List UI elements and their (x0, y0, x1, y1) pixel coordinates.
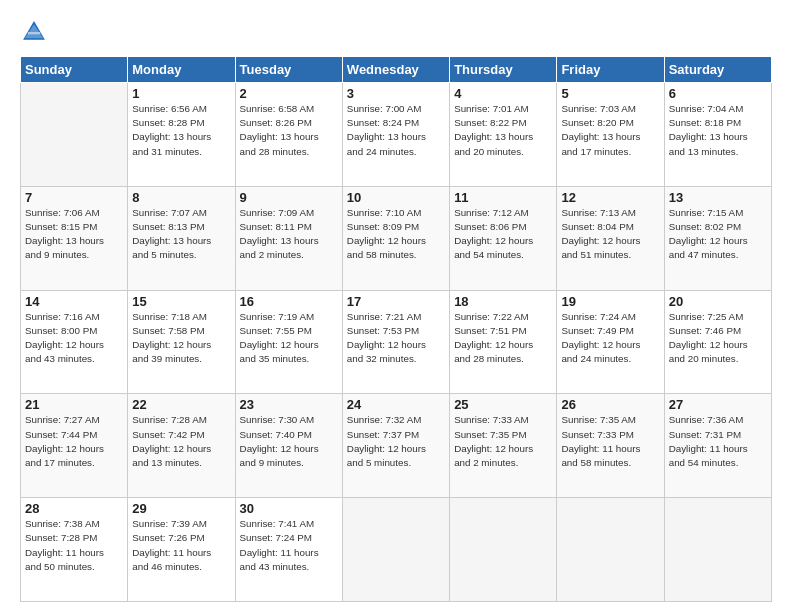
calendar-cell: 21Sunrise: 7:27 AM Sunset: 7:44 PM Dayli… (21, 394, 128, 498)
calendar-cell: 10Sunrise: 7:10 AM Sunset: 8:09 PM Dayli… (342, 186, 449, 290)
page: SundayMondayTuesdayWednesdayThursdayFrid… (0, 0, 792, 612)
day-info: Sunrise: 7:16 AM Sunset: 8:00 PM Dayligh… (25, 310, 123, 367)
day-number: 4 (454, 86, 552, 101)
weekday-header-row: SundayMondayTuesdayWednesdayThursdayFrid… (21, 57, 772, 83)
day-info: Sunrise: 7:15 AM Sunset: 8:02 PM Dayligh… (669, 206, 767, 263)
day-number: 23 (240, 397, 338, 412)
calendar-cell (21, 83, 128, 187)
calendar-cell: 18Sunrise: 7:22 AM Sunset: 7:51 PM Dayli… (450, 290, 557, 394)
day-number: 19 (561, 294, 659, 309)
calendar-cell: 22Sunrise: 7:28 AM Sunset: 7:42 PM Dayli… (128, 394, 235, 498)
day-number: 18 (454, 294, 552, 309)
day-info: Sunrise: 7:36 AM Sunset: 7:31 PM Dayligh… (669, 413, 767, 470)
calendar-cell: 19Sunrise: 7:24 AM Sunset: 7:49 PM Dayli… (557, 290, 664, 394)
weekday-header-monday: Monday (128, 57, 235, 83)
day-number: 7 (25, 190, 123, 205)
calendar-week-row: 1Sunrise: 6:56 AM Sunset: 8:28 PM Daylig… (21, 83, 772, 187)
svg-marker-1 (25, 24, 44, 38)
calendar-cell: 12Sunrise: 7:13 AM Sunset: 8:04 PM Dayli… (557, 186, 664, 290)
calendar-cell: 14Sunrise: 7:16 AM Sunset: 8:00 PM Dayli… (21, 290, 128, 394)
day-number: 26 (561, 397, 659, 412)
calendar-cell: 1Sunrise: 6:56 AM Sunset: 8:28 PM Daylig… (128, 83, 235, 187)
calendar-cell: 28Sunrise: 7:38 AM Sunset: 7:28 PM Dayli… (21, 498, 128, 602)
day-info: Sunrise: 7:10 AM Sunset: 8:09 PM Dayligh… (347, 206, 445, 263)
calendar-cell: 23Sunrise: 7:30 AM Sunset: 7:40 PM Dayli… (235, 394, 342, 498)
calendar-cell: 20Sunrise: 7:25 AM Sunset: 7:46 PM Dayli… (664, 290, 771, 394)
calendar-cell: 25Sunrise: 7:33 AM Sunset: 7:35 PM Dayli… (450, 394, 557, 498)
day-info: Sunrise: 7:19 AM Sunset: 7:55 PM Dayligh… (240, 310, 338, 367)
day-number: 2 (240, 86, 338, 101)
day-number: 28 (25, 501, 123, 516)
calendar-cell (557, 498, 664, 602)
day-number: 8 (132, 190, 230, 205)
weekday-header-thursday: Thursday (450, 57, 557, 83)
day-number: 27 (669, 397, 767, 412)
calendar-cell: 7Sunrise: 7:06 AM Sunset: 8:15 PM Daylig… (21, 186, 128, 290)
weekday-header-tuesday: Tuesday (235, 57, 342, 83)
svg-rect-2 (28, 32, 40, 34)
day-number: 5 (561, 86, 659, 101)
calendar-cell: 15Sunrise: 7:18 AM Sunset: 7:58 PM Dayli… (128, 290, 235, 394)
calendar-cell: 13Sunrise: 7:15 AM Sunset: 8:02 PM Dayli… (664, 186, 771, 290)
calendar-cell: 9Sunrise: 7:09 AM Sunset: 8:11 PM Daylig… (235, 186, 342, 290)
day-number: 22 (132, 397, 230, 412)
day-info: Sunrise: 7:09 AM Sunset: 8:11 PM Dayligh… (240, 206, 338, 263)
day-number: 13 (669, 190, 767, 205)
weekday-header-wednesday: Wednesday (342, 57, 449, 83)
calendar-cell: 8Sunrise: 7:07 AM Sunset: 8:13 PM Daylig… (128, 186, 235, 290)
calendar-cell (450, 498, 557, 602)
weekday-header-friday: Friday (557, 57, 664, 83)
day-info: Sunrise: 7:12 AM Sunset: 8:06 PM Dayligh… (454, 206, 552, 263)
day-number: 10 (347, 190, 445, 205)
day-info: Sunrise: 7:28 AM Sunset: 7:42 PM Dayligh… (132, 413, 230, 470)
day-info: Sunrise: 7:21 AM Sunset: 7:53 PM Dayligh… (347, 310, 445, 367)
calendar-cell: 27Sunrise: 7:36 AM Sunset: 7:31 PM Dayli… (664, 394, 771, 498)
day-number: 16 (240, 294, 338, 309)
day-info: Sunrise: 7:01 AM Sunset: 8:22 PM Dayligh… (454, 102, 552, 159)
day-info: Sunrise: 7:32 AM Sunset: 7:37 PM Dayligh… (347, 413, 445, 470)
calendar-cell: 24Sunrise: 7:32 AM Sunset: 7:37 PM Dayli… (342, 394, 449, 498)
day-number: 6 (669, 86, 767, 101)
day-number: 11 (454, 190, 552, 205)
day-info: Sunrise: 7:13 AM Sunset: 8:04 PM Dayligh… (561, 206, 659, 263)
day-info: Sunrise: 7:41 AM Sunset: 7:24 PM Dayligh… (240, 517, 338, 574)
day-number: 1 (132, 86, 230, 101)
calendar-table: SundayMondayTuesdayWednesdayThursdayFrid… (20, 56, 772, 602)
logo-icon (20, 18, 48, 46)
day-number: 25 (454, 397, 552, 412)
calendar-cell: 26Sunrise: 7:35 AM Sunset: 7:33 PM Dayli… (557, 394, 664, 498)
logo (20, 18, 52, 46)
day-info: Sunrise: 7:00 AM Sunset: 8:24 PM Dayligh… (347, 102, 445, 159)
day-info: Sunrise: 7:04 AM Sunset: 8:18 PM Dayligh… (669, 102, 767, 159)
calendar-cell (342, 498, 449, 602)
day-info: Sunrise: 7:18 AM Sunset: 7:58 PM Dayligh… (132, 310, 230, 367)
calendar-cell: 5Sunrise: 7:03 AM Sunset: 8:20 PM Daylig… (557, 83, 664, 187)
day-number: 30 (240, 501, 338, 516)
calendar-cell: 17Sunrise: 7:21 AM Sunset: 7:53 PM Dayli… (342, 290, 449, 394)
day-number: 9 (240, 190, 338, 205)
calendar-cell: 4Sunrise: 7:01 AM Sunset: 8:22 PM Daylig… (450, 83, 557, 187)
day-number: 24 (347, 397, 445, 412)
day-number: 3 (347, 86, 445, 101)
calendar-cell: 6Sunrise: 7:04 AM Sunset: 8:18 PM Daylig… (664, 83, 771, 187)
day-number: 20 (669, 294, 767, 309)
calendar-week-row: 14Sunrise: 7:16 AM Sunset: 8:00 PM Dayli… (21, 290, 772, 394)
day-info: Sunrise: 7:39 AM Sunset: 7:26 PM Dayligh… (132, 517, 230, 574)
day-info: Sunrise: 7:24 AM Sunset: 7:49 PM Dayligh… (561, 310, 659, 367)
calendar-cell: 11Sunrise: 7:12 AM Sunset: 8:06 PM Dayli… (450, 186, 557, 290)
calendar-week-row: 7Sunrise: 7:06 AM Sunset: 8:15 PM Daylig… (21, 186, 772, 290)
day-number: 12 (561, 190, 659, 205)
calendar-cell (664, 498, 771, 602)
day-info: Sunrise: 7:33 AM Sunset: 7:35 PM Dayligh… (454, 413, 552, 470)
calendar-week-row: 21Sunrise: 7:27 AM Sunset: 7:44 PM Dayli… (21, 394, 772, 498)
day-info: Sunrise: 7:22 AM Sunset: 7:51 PM Dayligh… (454, 310, 552, 367)
calendar-cell: 29Sunrise: 7:39 AM Sunset: 7:26 PM Dayli… (128, 498, 235, 602)
weekday-header-sunday: Sunday (21, 57, 128, 83)
day-info: Sunrise: 7:30 AM Sunset: 7:40 PM Dayligh… (240, 413, 338, 470)
day-info: Sunrise: 6:58 AM Sunset: 8:26 PM Dayligh… (240, 102, 338, 159)
day-number: 29 (132, 501, 230, 516)
day-info: Sunrise: 7:27 AM Sunset: 7:44 PM Dayligh… (25, 413, 123, 470)
day-info: Sunrise: 7:03 AM Sunset: 8:20 PM Dayligh… (561, 102, 659, 159)
calendar-cell: 2Sunrise: 6:58 AM Sunset: 8:26 PM Daylig… (235, 83, 342, 187)
header (20, 18, 772, 46)
